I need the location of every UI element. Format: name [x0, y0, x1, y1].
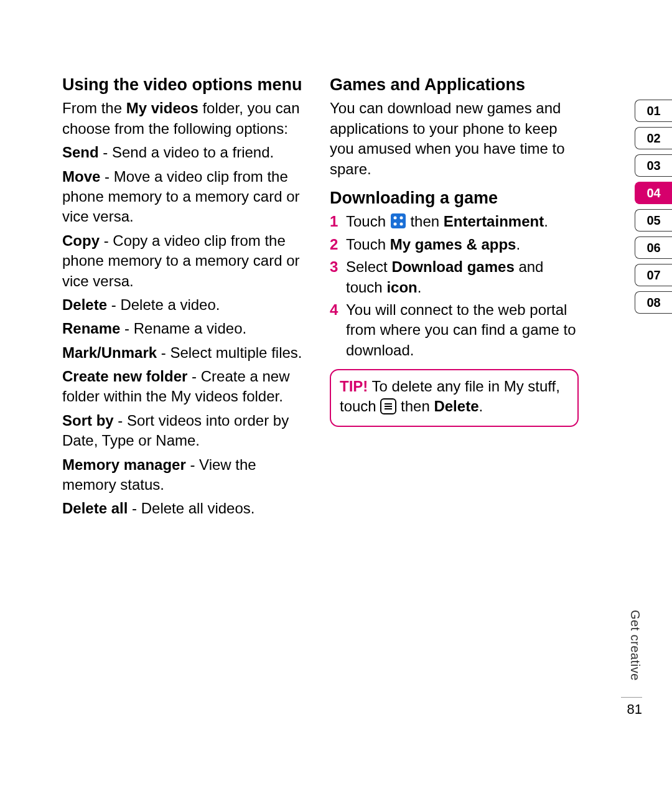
option-mark: Mark/Unmark - Select multiple files. [62, 343, 311, 363]
step-num-1: 1 [330, 212, 341, 232]
tab-06[interactable]: 06 [635, 236, 672, 259]
tab-02[interactable]: 02 [635, 127, 672, 149]
step-2: 2 Touch My games & apps. [330, 235, 579, 255]
step-4: 4 You will connect to the web portal fro… [330, 300, 579, 360]
step-num-3: 3 [330, 257, 341, 297]
step-1: 1 Touch then Entertainment. [330, 212, 579, 232]
option-rename: Rename - Rename a video. [62, 319, 311, 339]
heading-download-game: Downloading a game [330, 188, 579, 208]
option-copy: Copy - Copy a video clip from the phone … [62, 231, 311, 291]
option-send: Send - Send a video to a friend. [62, 143, 311, 162]
games-intro: You can download new games and applicati… [330, 98, 579, 179]
option-delete: Delete - Delete a video. [62, 295, 311, 315]
svg-rect-0 [391, 213, 406, 228]
apps-grid-icon [390, 213, 406, 229]
svg-point-3 [393, 223, 396, 226]
left-column: Using the video options menu From the My… [62, 75, 311, 523]
tab-07[interactable]: 07 [635, 264, 672, 286]
tab-05[interactable]: 05 [635, 209, 672, 232]
option-delete-all: Delete all - Delete all videos. [62, 498, 311, 518]
tab-01[interactable]: 01 [635, 100, 672, 122]
svg-point-1 [393, 217, 396, 220]
tab-03[interactable]: 03 [635, 154, 672, 177]
step-num-2: 2 [330, 235, 341, 255]
tab-04[interactable]: 04 [635, 182, 672, 204]
right-column: Games and Applications You can download … [330, 75, 579, 523]
option-sort-by: Sort by - Sort videos into order by Date… [62, 411, 311, 451]
tip-label: TIP! [340, 378, 368, 395]
step-3: 3 Select Download games and touch icon. [330, 257, 579, 297]
step-num-4: 4 [330, 300, 341, 360]
side-tabs: 01 02 03 04 05 06 07 08 [635, 100, 672, 319]
option-memory-manager: Memory manager - View the memory status. [62, 455, 311, 495]
option-create-folder: Create new folder - Create a new folder … [62, 367, 311, 407]
heading-video-options: Using the video options menu [62, 75, 311, 95]
intro-paragraph: From the My videos folder, you can choos… [62, 98, 311, 139]
svg-point-2 [399, 217, 403, 220]
page-number: 81 [621, 697, 642, 718]
tab-08[interactable]: 08 [635, 291, 672, 314]
heading-games-apps: Games and Applications [330, 75, 579, 95]
section-label: Get creative [628, 610, 642, 681]
tip-box: TIP! To delete any file in My stuff, tou… [330, 369, 579, 427]
svg-point-4 [399, 223, 403, 226]
menu-list-icon [380, 398, 396, 414]
option-move: Move - Move a video clip from the phone … [62, 167, 311, 227]
